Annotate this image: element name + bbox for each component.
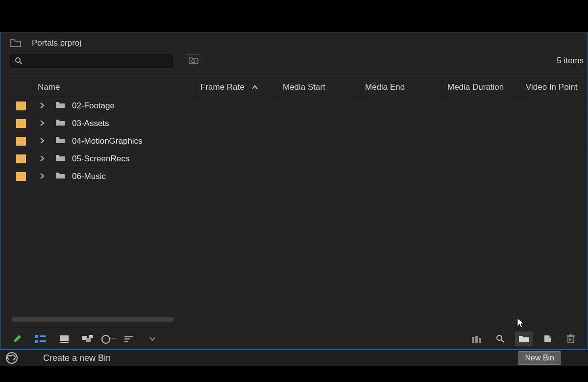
table-row[interactable]: 04-MotionGraphics: [0, 132, 588, 150]
bin-name: 02-Footage: [72, 101, 115, 111]
status-hint: Create a new Bin: [43, 353, 111, 363]
project-filename: Portals.prproj: [32, 38, 81, 48]
horizontal-scrollbar[interactable]: [11, 317, 174, 322]
items-count: 5 items: [557, 56, 584, 66]
svg-line-20: [501, 340, 504, 342]
status-bar: Create a new Bin New Bin: [0, 350, 588, 366]
column-frame-rate[interactable]: Frame Rate: [196, 78, 278, 97]
chevron-right-icon[interactable]: [40, 102, 47, 110]
svg-rect-9: [60, 342, 69, 343]
freeform-view-button[interactable]: [79, 331, 97, 346]
column-video-in-point[interactable]: Video In Point: [521, 78, 588, 97]
svg-rect-18: [479, 338, 481, 343]
folder-icon: [55, 136, 65, 146]
list-view-button[interactable]: [32, 331, 49, 346]
svg-rect-11: [86, 338, 91, 342]
label-chip[interactable]: [16, 119, 26, 128]
column-media-end[interactable]: Media End: [360, 78, 442, 97]
delete-button[interactable]: [562, 331, 580, 346]
svg-line-1: [20, 62, 22, 64]
label-chip[interactable]: [16, 172, 26, 181]
svg-rect-12: [89, 335, 93, 338]
svg-rect-14: [124, 338, 130, 340]
column-name[interactable]: Name: [33, 78, 196, 97]
svg-rect-5: [40, 335, 46, 337]
svg-point-0: [16, 58, 20, 62]
svg-rect-7: [40, 340, 46, 342]
bin-name: 06-Music: [72, 172, 106, 181]
search-input[interactable]: [10, 54, 173, 68]
svg-rect-26: [569, 334, 572, 335]
panel-header: Portals.prproj: [0, 32, 588, 52]
automate-to-sequence-button[interactable]: [468, 331, 486, 346]
label-chip[interactable]: [16, 102, 26, 110]
chevron-right-icon[interactable]: [40, 137, 47, 146]
bottom-toolbar: [0, 328, 588, 349]
search-in-bin-button[interactable]: [186, 54, 201, 67]
sort-button[interactable]: [120, 331, 138, 346]
column-media-start[interactable]: Media Start: [278, 78, 360, 97]
svg-rect-6: [35, 340, 38, 343]
zoom-slider[interactable]: [102, 331, 120, 346]
label-chip[interactable]: [16, 137, 26, 146]
column-label[interactable]: [0, 78, 33, 97]
chevron-right-icon[interactable]: [40, 172, 47, 181]
table-row[interactable]: 03-Assets: [0, 115, 588, 132]
bin-list: 02-Footage 03-Assets 04-MotionGraphics 0…: [0, 97, 588, 318]
writable-toggle[interactable]: [8, 331, 26, 346]
cursor-icon: [517, 318, 526, 329]
creative-cloud-icon: [6, 352, 18, 364]
bin-name: 03-Assets: [72, 119, 109, 128]
column-media-duration[interactable]: Media Duration: [442, 78, 521, 97]
project-panel: Portals.prproj 5 items Name Frame Rate: [0, 32, 588, 350]
table-row[interactable]: 05-ScreenRecs: [0, 150, 588, 168]
svg-rect-13: [124, 336, 133, 337]
folder-icon: [55, 101, 65, 111]
table-row[interactable]: 02-Footage: [0, 97, 588, 115]
sort-menu-button[interactable]: [144, 331, 161, 346]
svg-rect-15: [124, 341, 128, 342]
project-bin-icon: [10, 39, 21, 48]
new-bin-button[interactable]: [515, 331, 533, 346]
icon-view-button[interactable]: [55, 331, 73, 346]
search-icon: [15, 57, 23, 65]
chevron-right-icon[interactable]: [40, 119, 47, 128]
bin-name: 05-ScreenRecs: [72, 154, 129, 164]
svg-rect-25: [567, 335, 575, 336]
folder-icon: [55, 119, 65, 128]
column-headers: Name Frame Rate Media Start Media End Me…: [0, 77, 588, 97]
svg-rect-8: [60, 335, 69, 341]
table-row[interactable]: 06-Music: [0, 168, 588, 185]
svg-rect-17: [475, 336, 478, 343]
svg-rect-16: [472, 337, 474, 343]
chevron-right-icon[interactable]: [40, 154, 47, 163]
find-button[interactable]: [491, 331, 509, 346]
svg-point-2: [192, 60, 195, 63]
sort-ascending-icon: [251, 82, 258, 92]
tooltip: New Bin: [518, 351, 561, 365]
folder-icon: [55, 154, 65, 164]
svg-rect-4: [35, 335, 38, 338]
search-row: 5 items: [0, 52, 588, 70]
label-chip[interactable]: [16, 154, 26, 163]
bin-name: 04-MotionGraphics: [72, 136, 143, 146]
new-item-button[interactable]: [539, 331, 556, 346]
folder-icon: [55, 172, 65, 181]
svg-point-19: [497, 335, 502, 340]
